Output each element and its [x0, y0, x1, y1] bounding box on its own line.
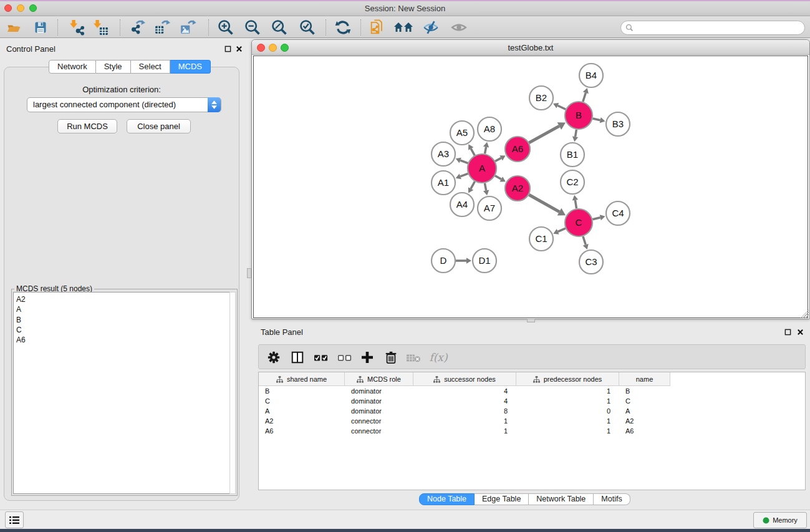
save-icon[interactable]: [30, 18, 51, 37]
zoom-selected-icon[interactable]: [297, 18, 318, 37]
search-input[interactable]: [637, 24, 804, 32]
open-folder-icon[interactable]: [3, 18, 24, 37]
graph-node-A5[interactable]: A5: [450, 121, 474, 145]
float-table-panel-icon[interactable]: [784, 328, 792, 336]
table-row[interactable]: Bdominator41B: [259, 386, 805, 396]
graph-node-D[interactable]: D: [432, 249, 455, 273]
table-row[interactable]: A2connector11A2: [259, 416, 805, 426]
column-header-predecessor-nodes[interactable]: predecessor nodes: [516, 372, 619, 386]
graph-edge-A-A3[interactable]: [460, 160, 468, 163]
refresh-icon[interactable]: [332, 18, 354, 37]
memory-button[interactable]: Memory: [753, 512, 807, 528]
tab-style[interactable]: Style: [96, 60, 131, 74]
network-window-titlebar[interactable]: testGlobe.txt: [252, 40, 809, 55]
result-item[interactable]: C: [16, 325, 230, 335]
graph-node-A8[interactable]: A8: [478, 117, 501, 141]
graph-edge-B-B3[interactable]: [592, 118, 600, 120]
float-panel-icon[interactable]: [224, 45, 232, 53]
tab-edge-table[interactable]: Edge Table: [475, 493, 529, 505]
graph-node-A6[interactable]: A6: [505, 137, 530, 162]
graph-node-D1[interactable]: D1: [473, 249, 496, 273]
graph-edge-A6-B[interactable]: [529, 126, 559, 143]
table-row[interactable]: A6connector11A6: [259, 426, 805, 436]
tab-select[interactable]: Select: [131, 60, 170, 74]
graph-node-A3[interactable]: A3: [432, 142, 455, 166]
graph-edge-A-A5[interactable]: [471, 148, 475, 155]
graph-node-B3[interactable]: B3: [606, 112, 630, 136]
tab-network[interactable]: Network: [49, 60, 96, 74]
graph-edge-A-A7[interactable]: [485, 183, 486, 191]
add-row-icon[interactable]: [357, 347, 377, 367]
window-resize-grip[interactable]: [800, 309, 809, 318]
zoom-in-icon[interactable]: [215, 18, 236, 37]
delete-row-icon[interactable]: [381, 347, 401, 367]
column-header-shared-name[interactable]: shared name: [259, 372, 345, 386]
search-field[interactable]: [620, 21, 805, 35]
deselect-all-icon[interactable]: [335, 347, 355, 367]
table-row[interactable]: Adominator80A: [259, 406, 805, 416]
graph-edge-C-C3[interactable]: [583, 236, 586, 244]
graph-edge-A-A6[interactable]: [495, 158, 501, 161]
result-item[interactable]: B: [16, 315, 230, 325]
home-pair-icon[interactable]: [393, 18, 414, 37]
task-history-button[interactable]: [5, 511, 24, 528]
vertical-splitter-handle[interactable]: [527, 319, 535, 322]
zoom-out-icon[interactable]: [242, 18, 263, 37]
column-header-successor-nodes[interactable]: successor nodes: [413, 372, 516, 386]
tab-motifs[interactable]: Motifs: [594, 493, 630, 505]
graph-edge-C-C4[interactable]: [592, 218, 600, 220]
close-panel-icon[interactable]: [235, 45, 243, 53]
select-all-icon[interactable]: [311, 347, 331, 367]
graph-node-B4[interactable]: B4: [579, 64, 603, 87]
close-panel-button[interactable]: Close panel: [127, 119, 191, 133]
network-file-icon[interactable]: [367, 18, 388, 37]
graph-node-A4[interactable]: A4: [450, 193, 474, 216]
run-mcds-button[interactable]: Run MCDS: [57, 119, 117, 133]
show-visibility-icon[interactable]: [448, 18, 470, 37]
graph-edge-A-A4[interactable]: [471, 181, 475, 189]
column-header-name[interactable]: name: [619, 372, 670, 386]
table-row[interactable]: Cdominator41C: [259, 396, 805, 406]
result-item[interactable]: A6: [16, 335, 230, 345]
graph-node-B1[interactable]: B1: [561, 143, 584, 167]
export-image-icon[interactable]: [177, 18, 198, 37]
graph-node-C2[interactable]: C2: [561, 170, 584, 194]
column-header-MCDS-role[interactable]: MCDS role: [345, 372, 413, 386]
graph-edge-A2-C[interactable]: [529, 195, 559, 211]
graph-node-A2[interactable]: A2: [505, 176, 530, 201]
criterion-dropdown[interactable]: largest connected component (directed): [27, 97, 221, 112]
graph-node-B2[interactable]: B2: [529, 86, 553, 110]
mcds-result-list[interactable]: A2ABCA6: [13, 292, 231, 494]
graph-node-B[interactable]: B: [565, 102, 592, 129]
result-scrollbar[interactable]: [229, 292, 236, 494]
tab-mcds[interactable]: MCDS: [170, 60, 211, 74]
graph-node-C3[interactable]: C3: [579, 250, 603, 274]
tab-network-table[interactable]: Network Table: [529, 493, 594, 505]
tab-node-table[interactable]: Node Table: [419, 493, 475, 505]
graph-node-A1[interactable]: A1: [432, 171, 455, 195]
graph-node-C4[interactable]: C4: [606, 201, 630, 225]
export-table-icon[interactable]: [152, 18, 173, 37]
import-table-icon[interactable]: [90, 18, 111, 37]
graph-node-C1[interactable]: C1: [529, 227, 553, 251]
result-item[interactable]: A2: [16, 294, 230, 304]
graph-edge-B-B2[interactable]: [557, 105, 566, 109]
graph-edge-C-C2[interactable]: [575, 200, 576, 209]
graph-edge-A-A2[interactable]: [495, 176, 501, 180]
graph-node-C[interactable]: C: [565, 209, 592, 236]
result-item[interactable]: A: [16, 304, 230, 314]
horizontal-splitter-handle[interactable]: [247, 268, 251, 278]
graph-node-A[interactable]: A: [468, 154, 496, 183]
export-network-icon[interactable]: [127, 18, 148, 37]
graph-edge-C-C1[interactable]: [558, 228, 566, 231]
import-network-icon[interactable]: [66, 18, 87, 37]
graph-edge-B-B1[interactable]: [576, 130, 577, 137]
graph-edge-A-A1[interactable]: [460, 173, 468, 177]
graph-edge-A-A8[interactable]: [485, 147, 486, 154]
graph-edge-B-B4[interactable]: [583, 93, 586, 102]
zoom-fit-icon[interactable]: [269, 18, 290, 37]
graph-node-A7[interactable]: A7: [478, 196, 501, 220]
hide-visibility-icon[interactable]: [420, 18, 441, 37]
network-canvas[interactable]: AA1A2A3A4A5A6A7A8BB1B2B3B4CC1C2C3C4DD1: [253, 56, 808, 318]
close-table-panel-icon[interactable]: [796, 328, 804, 336]
